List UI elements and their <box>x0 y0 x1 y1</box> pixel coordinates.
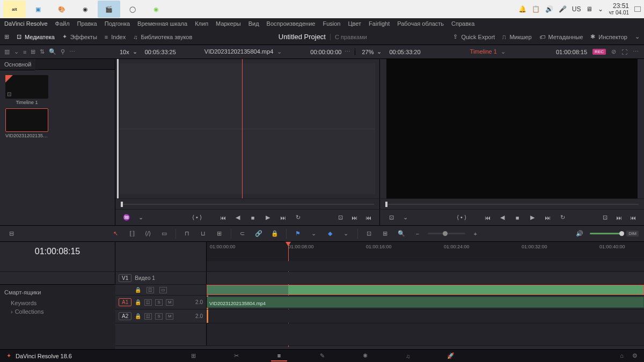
timeline-name[interactable]: Timeline 1 <box>470 48 497 55</box>
bell-icon[interactable]: 🔔 <box>518 5 526 13</box>
display-icon[interactable]: 🖥 <box>586 5 592 13</box>
auto-select-icon[interactable]: ◫ <box>147 287 154 293</box>
insert-icon[interactable]: ⊓ <box>181 228 193 240</box>
sort-icon[interactable]: ⇅ <box>40 48 45 55</box>
page-cut[interactable]: ✂ <box>228 351 244 361</box>
menu-view[interactable]: Вид <box>248 20 259 27</box>
chevron-down-icon[interactable]: ⌄ <box>14 48 19 55</box>
marker-icon[interactable]: ◆ <box>324 228 336 240</box>
overwrite-icon[interactable]: ⊔ <box>197 228 209 240</box>
page-edit[interactable]: ≡ <box>271 351 287 361</box>
bypass-icon[interactable]: ⊘ <box>611 48 616 55</box>
tab-inspector[interactable]: ✱Инспектор <box>590 33 627 40</box>
disable-icon[interactable]: ▭ <box>159 287 167 293</box>
last-frame-icon[interactable]: ⏭ <box>541 212 553 224</box>
more-icon[interactable]: ⋯ <box>633 48 639 55</box>
stop-icon[interactable]: ■ <box>247 212 259 224</box>
dynamic-trim-icon[interactable]: ⟨/⟩ <box>142 228 154 240</box>
link-icon[interactable]: 🔗 <box>253 228 265 240</box>
desktop-icon[interactable] <box>634 6 641 12</box>
loop-icon[interactable]: ↻ <box>557 212 568 224</box>
trim-tool-icon[interactable]: ⟦⟧ <box>126 228 138 240</box>
page-deliver[interactable]: 🚀 <box>443 351 459 361</box>
nav-dots-icon[interactable]: ⟨ • ⟩ <box>191 212 203 224</box>
chevron-down-icon[interactable]: ⌄ <box>133 48 137 55</box>
tab-quick-export[interactable]: ⇪Quick Export <box>453 33 495 40</box>
track-head-a1[interactable]: A1 🔒 ◫ S M 2.0 <box>115 295 207 309</box>
stop-icon[interactable]: ■ <box>511 212 523 224</box>
tab-mixer[interactable]: ⎍Микшер <box>502 34 531 40</box>
list-view-icon[interactable]: ≡ <box>23 49 26 55</box>
src-speed[interactable]: 10x <box>120 49 129 55</box>
os-app-obs[interactable]: ◉ <box>74 1 97 18</box>
mute-button[interactable]: M <box>166 299 173 306</box>
page-fusion[interactable]: ✎ <box>314 351 330 361</box>
lang-indicator[interactable]: US <box>572 5 581 13</box>
last-frame-icon[interactable]: ⏭ <box>277 212 289 224</box>
search-icon[interactable]: 🔍 <box>49 48 56 55</box>
timeline-ruler[interactable]: 01:00:00:00 01:00:08:00 01:00:16:00 01:0… <box>207 242 644 261</box>
more-icon[interactable]: ⋯ <box>69 48 75 55</box>
os-clock[interactable]: 23:51 чт 04.01 <box>609 3 629 16</box>
filter-icon[interactable]: ⚲ <box>61 48 65 55</box>
clipboard-icon[interactable]: 📋 <box>532 5 540 13</box>
src-scrubber[interactable] <box>115 198 380 209</box>
play-icon[interactable]: ▶ <box>526 212 538 224</box>
play-reverse-icon[interactable]: ◀ <box>496 212 508 224</box>
menu-fairlight[interactable]: Fairlight <box>369 20 390 27</box>
loop-icon[interactable]: ↻ <box>292 212 304 224</box>
prog-zoom[interactable]: 27% <box>362 49 374 55</box>
menu-trim[interactable]: Подгонка <box>105 20 130 27</box>
smart-bin-keywords[interactable]: Keywords <box>4 299 111 307</box>
chevron-down-icon[interactable]: ⌄ <box>598 5 603 13</box>
first-frame-icon[interactable]: ⏮ <box>481 212 493 224</box>
dim-button[interactable]: DIM <box>626 231 639 237</box>
timeline-timecode[interactable]: 01:00:08:15 <box>0 242 115 261</box>
auto-select-icon[interactable]: ◫ <box>144 313 152 320</box>
menu-edit[interactable]: Правка <box>77 20 97 27</box>
track-lane-a2[interactable] <box>207 309 644 323</box>
solo-button[interactable]: S <box>155 299 163 306</box>
lock-icon[interactable]: 🔒 <box>269 228 281 240</box>
pool-item-clip[interactable]: VID2023120213580... <box>5 108 48 138</box>
smart-bin-collections[interactable]: ›Collections <box>4 307 111 316</box>
track-head-a2[interactable]: A2 🔒 ◫ S M 2.0 <box>115 309 207 323</box>
tab-metadata[interactable]: 🏷Метаданные <box>539 34 583 40</box>
prev-edit-icon[interactable]: ⏮ <box>627 212 639 224</box>
prog-scrubber[interactable] <box>380 198 644 209</box>
page-color[interactable]: ✺ <box>357 351 373 361</box>
fit-icon[interactable]: ⊡ <box>385 212 397 224</box>
lock-icon[interactable]: 🔒 <box>135 299 141 305</box>
chevron-down-icon[interactable]: ⌄ <box>340 228 352 240</box>
gear-icon[interactable]: ⚙ <box>632 352 638 359</box>
panel-layout-icon[interactable]: ▥ <box>4 48 10 55</box>
home-icon[interactable]: ⌂ <box>620 352 624 359</box>
tab-media[interactable]: ⊡Медиатека <box>17 33 55 40</box>
auto-select-icon[interactable]: ◫ <box>144 299 152 306</box>
audio-scrub-icon[interactable]: ♒ <box>121 212 133 224</box>
os-app-green[interactable]: ◉ <box>145 1 167 18</box>
track-tag-a2[interactable]: A2 <box>119 312 131 320</box>
program-viewer[interactable] <box>380 59 644 198</box>
menu-fusion[interactable]: Fusion <box>323 20 340 27</box>
chevron-down-icon[interactable]: ⌄ <box>399 212 411 224</box>
track-lane-a1[interactable]: VID20231202135804.mp4 <box>207 295 644 309</box>
zoom-full-icon[interactable]: ⊡ <box>363 228 375 240</box>
menu-markers[interactable]: Маркеры <box>216 20 241 27</box>
os-app-files[interactable]: ▣ <box>27 1 49 18</box>
os-app-browser[interactable]: ◯ <box>121 1 144 18</box>
track-head-v1[interactable]: V1 Видео 1 <box>115 272 207 284</box>
tab-effects[interactable]: ✦Эффекты <box>62 33 97 40</box>
menu-file[interactable]: Файл <box>55 20 70 27</box>
play-icon[interactable]: ▶ <box>262 212 274 224</box>
blade-tool-icon[interactable]: ▭ <box>158 228 170 240</box>
chevron-down-icon[interactable]: ⌄ <box>635 33 640 40</box>
menu-app[interactable]: DaVinci Resolve <box>4 20 48 27</box>
next-edit-icon[interactable]: ⏭ <box>348 212 360 224</box>
lock-icon[interactable]: 🔒 <box>135 287 141 293</box>
replace-icon[interactable]: ⊞ <box>214 228 225 240</box>
timeline-view-icon[interactable]: ⊟ <box>5 228 17 240</box>
solo-button[interactable]: S <box>155 313 163 320</box>
source-clip-name[interactable]: VID20231202135804.mp4 <box>204 48 273 55</box>
layout-icon[interactable]: ⊞ <box>4 33 9 40</box>
